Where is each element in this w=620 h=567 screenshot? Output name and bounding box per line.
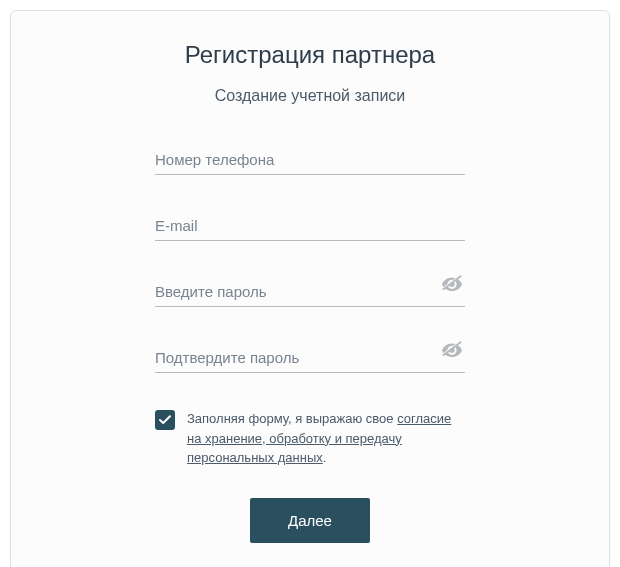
- phone-input[interactable]: [155, 145, 465, 175]
- page-subtitle: Создание учетной записи: [31, 87, 589, 105]
- page-title: Регистрация партнера: [31, 41, 589, 69]
- email-input[interactable]: [155, 211, 465, 241]
- phone-field-wrapper: [155, 145, 465, 175]
- consent-prefix: Заполняя форму, я выражаю свое: [187, 411, 397, 426]
- email-field-wrapper: [155, 211, 465, 241]
- password-field-wrapper: [155, 277, 465, 307]
- password-confirm-input[interactable]: [155, 343, 465, 373]
- consent-row: Заполняя форму, я выражаю свое согласие …: [155, 409, 465, 468]
- submit-button[interactable]: Далее: [250, 498, 370, 543]
- consent-suffix: .: [323, 450, 327, 465]
- password-input[interactable]: [155, 277, 465, 307]
- eye-off-icon[interactable]: [441, 339, 463, 361]
- consent-text: Заполняя форму, я выражаю свое согласие …: [187, 409, 465, 468]
- registration-card: Регистрация партнера Создание учетной за…: [10, 10, 610, 567]
- submit-row: Далее: [155, 498, 465, 543]
- password-confirm-field-wrapper: [155, 343, 465, 373]
- consent-checkbox[interactable]: [155, 410, 175, 430]
- eye-off-icon[interactable]: [441, 273, 463, 295]
- registration-form: Заполняя форму, я выражаю свое согласие …: [155, 145, 465, 543]
